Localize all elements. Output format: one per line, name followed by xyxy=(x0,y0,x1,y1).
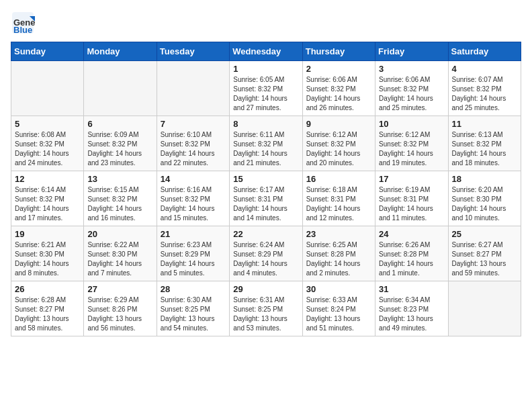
day-info: Sunrise: 6:14 AM Sunset: 8:32 PM Dayligh… xyxy=(15,185,80,223)
logo: General Blue xyxy=(11,11,35,35)
day-info: Sunrise: 6:12 AM Sunset: 8:32 PM Dayligh… xyxy=(379,130,444,168)
day-number: 3 xyxy=(379,64,444,74)
day-info: Sunrise: 6:20 AM Sunset: 8:30 PM Dayligh… xyxy=(452,185,517,223)
day-number: 15 xyxy=(233,174,298,184)
day-info: Sunrise: 6:17 AM Sunset: 8:31 PM Dayligh… xyxy=(233,185,298,223)
day-info: Sunrise: 6:05 AM Sunset: 8:32 PM Dayligh… xyxy=(233,75,298,113)
day-info: Sunrise: 6:21 AM Sunset: 8:30 PM Dayligh… xyxy=(15,240,80,278)
logo-icon: General Blue xyxy=(11,11,35,35)
calendar-cell: 29Sunrise: 6:31 AM Sunset: 8:25 PM Dayli… xyxy=(230,281,302,336)
day-info: Sunrise: 6:18 AM Sunset: 8:31 PM Dayligh… xyxy=(306,185,371,223)
day-info: Sunrise: 6:06 AM Sunset: 8:32 PM Dayligh… xyxy=(306,75,371,113)
day-info: Sunrise: 6:23 AM Sunset: 8:29 PM Dayligh… xyxy=(161,240,226,278)
calendar-cell: 16Sunrise: 6:18 AM Sunset: 8:31 PM Dayli… xyxy=(302,171,375,226)
day-number: 2 xyxy=(306,64,371,74)
day-number: 18 xyxy=(452,174,517,184)
calendar-cell: 21Sunrise: 6:23 AM Sunset: 8:29 PM Dayli… xyxy=(157,226,229,281)
day-info: Sunrise: 6:24 AM Sunset: 8:29 PM Dayligh… xyxy=(233,240,298,278)
calendar-cell: 1Sunrise: 6:05 AM Sunset: 8:32 PM Daylig… xyxy=(230,61,302,116)
calendar-cell: 12Sunrise: 6:14 AM Sunset: 8:32 PM Dayli… xyxy=(11,171,84,226)
day-info: Sunrise: 6:10 AM Sunset: 8:32 PM Dayligh… xyxy=(161,130,226,168)
calendar-cell: 22Sunrise: 6:24 AM Sunset: 8:29 PM Dayli… xyxy=(230,226,302,281)
day-number: 9 xyxy=(306,119,371,129)
day-number: 16 xyxy=(306,174,371,184)
day-info: Sunrise: 6:09 AM Sunset: 8:32 PM Dayligh… xyxy=(87,130,152,168)
day-number: 29 xyxy=(233,284,298,294)
day-info: Sunrise: 6:33 AM Sunset: 8:24 PM Dayligh… xyxy=(306,295,371,333)
day-number: 28 xyxy=(161,284,226,294)
calendar-cell: 23Sunrise: 6:25 AM Sunset: 8:28 PM Dayli… xyxy=(302,226,375,281)
calendar-cell: 4Sunrise: 6:07 AM Sunset: 8:32 PM Daylig… xyxy=(448,61,521,116)
day-info: Sunrise: 6:22 AM Sunset: 8:30 PM Dayligh… xyxy=(87,240,152,278)
calendar-cell: 2Sunrise: 6:06 AM Sunset: 8:32 PM Daylig… xyxy=(302,61,375,116)
calendar-cell: 28Sunrise: 6:30 AM Sunset: 8:25 PM Dayli… xyxy=(157,281,229,336)
day-info: Sunrise: 6:12 AM Sunset: 8:32 PM Dayligh… xyxy=(306,130,371,168)
col-header-tuesday: Tuesday xyxy=(157,42,229,61)
day-number: 14 xyxy=(161,174,226,184)
day-number: 4 xyxy=(452,64,517,74)
day-info: Sunrise: 6:30 AM Sunset: 8:25 PM Dayligh… xyxy=(161,295,226,333)
day-info: Sunrise: 6:31 AM Sunset: 8:25 PM Dayligh… xyxy=(233,295,298,333)
calendar-cell xyxy=(157,61,229,116)
calendar-cell: 27Sunrise: 6:29 AM Sunset: 8:26 PM Dayli… xyxy=(84,281,157,336)
col-header-monday: Monday xyxy=(84,42,157,61)
day-number: 30 xyxy=(306,284,371,294)
calendar-cell: 3Sunrise: 6:06 AM Sunset: 8:32 PM Daylig… xyxy=(375,61,448,116)
day-info: Sunrise: 6:25 AM Sunset: 8:28 PM Dayligh… xyxy=(306,240,371,278)
calendar-week-1: 1Sunrise: 6:05 AM Sunset: 8:32 PM Daylig… xyxy=(11,61,521,116)
col-header-thursday: Thursday xyxy=(302,42,375,61)
day-number: 27 xyxy=(87,284,152,294)
day-number: 19 xyxy=(15,229,80,239)
day-info: Sunrise: 6:06 AM Sunset: 8:32 PM Dayligh… xyxy=(379,75,444,113)
day-number: 25 xyxy=(452,229,517,239)
day-info: Sunrise: 6:08 AM Sunset: 8:32 PM Dayligh… xyxy=(15,130,80,168)
day-number: 7 xyxy=(161,119,226,129)
calendar-cell: 11Sunrise: 6:13 AM Sunset: 8:32 PM Dayli… xyxy=(448,116,521,171)
calendar-cell: 8Sunrise: 6:11 AM Sunset: 8:32 PM Daylig… xyxy=(230,116,302,171)
day-info: Sunrise: 6:28 AM Sunset: 8:27 PM Dayligh… xyxy=(15,295,80,333)
day-number: 5 xyxy=(15,119,80,129)
calendar-cell: 17Sunrise: 6:19 AM Sunset: 8:31 PM Dayli… xyxy=(375,171,448,226)
calendar-header-row: SundayMondayTuesdayWednesdayThursdayFrid… xyxy=(11,42,521,61)
calendar-week-3: 12Sunrise: 6:14 AM Sunset: 8:32 PM Dayli… xyxy=(11,171,521,226)
calendar-week-5: 26Sunrise: 6:28 AM Sunset: 8:27 PM Dayli… xyxy=(11,281,521,336)
calendar-cell: 20Sunrise: 6:22 AM Sunset: 8:30 PM Dayli… xyxy=(84,226,157,281)
calendar-cell xyxy=(11,61,84,116)
day-number: 20 xyxy=(87,229,152,239)
calendar-cell: 14Sunrise: 6:16 AM Sunset: 8:32 PM Dayli… xyxy=(157,171,229,226)
calendar-table: SundayMondayTuesdayWednesdayThursdayFrid… xyxy=(11,42,521,336)
day-number: 31 xyxy=(379,284,444,294)
day-number: 1 xyxy=(233,64,298,74)
calendar-cell xyxy=(84,61,157,116)
day-number: 10 xyxy=(379,119,444,129)
calendar-cell xyxy=(448,281,521,336)
day-number: 11 xyxy=(452,119,517,129)
calendar-cell: 13Sunrise: 6:15 AM Sunset: 8:32 PM Dayli… xyxy=(84,171,157,226)
page-header: General Blue xyxy=(11,11,521,35)
svg-text:Blue: Blue xyxy=(13,25,32,35)
calendar-cell: 24Sunrise: 6:26 AM Sunset: 8:28 PM Dayli… xyxy=(375,226,448,281)
day-info: Sunrise: 6:26 AM Sunset: 8:28 PM Dayligh… xyxy=(379,240,444,278)
day-number: 22 xyxy=(233,229,298,239)
calendar-cell: 30Sunrise: 6:33 AM Sunset: 8:24 PM Dayli… xyxy=(302,281,375,336)
day-number: 12 xyxy=(15,174,80,184)
calendar-cell: 19Sunrise: 6:21 AM Sunset: 8:30 PM Dayli… xyxy=(11,226,84,281)
day-info: Sunrise: 6:07 AM Sunset: 8:32 PM Dayligh… xyxy=(452,75,517,113)
calendar-cell: 9Sunrise: 6:12 AM Sunset: 8:32 PM Daylig… xyxy=(302,116,375,171)
calendar-cell: 5Sunrise: 6:08 AM Sunset: 8:32 PM Daylig… xyxy=(11,116,84,171)
day-number: 26 xyxy=(15,284,80,294)
day-number: 21 xyxy=(161,229,226,239)
day-info: Sunrise: 6:19 AM Sunset: 8:31 PM Dayligh… xyxy=(379,185,444,223)
day-info: Sunrise: 6:29 AM Sunset: 8:26 PM Dayligh… xyxy=(87,295,152,333)
col-header-sunday: Sunday xyxy=(11,42,84,61)
day-info: Sunrise: 6:15 AM Sunset: 8:32 PM Dayligh… xyxy=(87,185,152,223)
calendar-cell: 31Sunrise: 6:34 AM Sunset: 8:23 PM Dayli… xyxy=(375,281,448,336)
day-info: Sunrise: 6:13 AM Sunset: 8:32 PM Dayligh… xyxy=(452,130,517,168)
day-number: 17 xyxy=(379,174,444,184)
day-info: Sunrise: 6:16 AM Sunset: 8:32 PM Dayligh… xyxy=(161,185,226,223)
calendar-cell: 6Sunrise: 6:09 AM Sunset: 8:32 PM Daylig… xyxy=(84,116,157,171)
calendar-cell: 7Sunrise: 6:10 AM Sunset: 8:32 PM Daylig… xyxy=(157,116,229,171)
day-number: 6 xyxy=(87,119,152,129)
day-number: 24 xyxy=(379,229,444,239)
col-header-friday: Friday xyxy=(375,42,448,61)
